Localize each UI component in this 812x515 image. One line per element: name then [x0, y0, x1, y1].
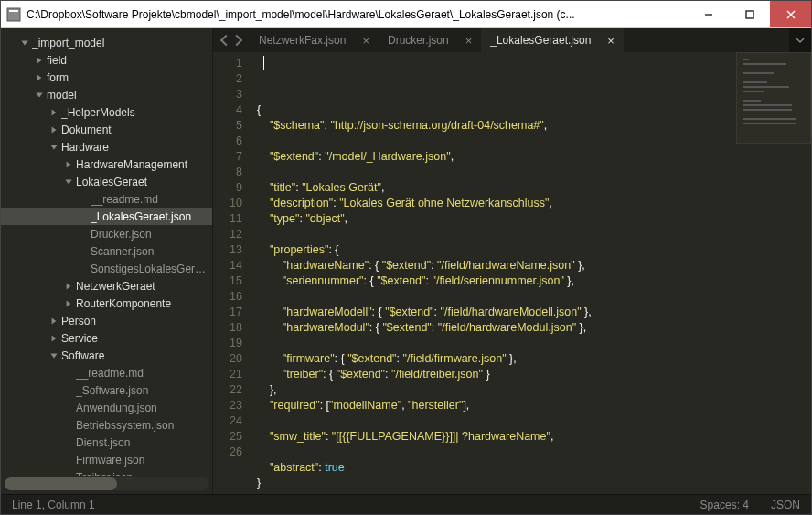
window-title: C:\Dropbox\Software Projekte\cbmodel\_im… [27, 8, 688, 21]
tree-folder[interactable]: NetzwerkGeraet [1, 277, 212, 295]
tree-folder[interactable]: Hardware [1, 138, 212, 156]
tree-file[interactable]: Anwendung.json [1, 399, 212, 416]
blank-icon [78, 194, 89, 205]
line-number: 21 [213, 367, 242, 382]
tab[interactable]: _LokalesGeraet.json× [481, 28, 624, 52]
line-number: 8 [213, 165, 242, 180]
tree-item-label: __readme.md [91, 193, 158, 206]
blank-icon [78, 229, 89, 240]
chevron-down-icon [48, 350, 59, 361]
chevron-down-icon [34, 90, 45, 101]
line-number: 20 [213, 351, 242, 367]
tree-item-label: form [47, 71, 69, 84]
tree-folder[interactable]: field [1, 51, 212, 69]
line-number: 14 [213, 258, 242, 274]
close-button[interactable] [770, 1, 811, 27]
tree-folder[interactable]: _HelperModels [1, 103, 212, 121]
tree-folder[interactable]: model [1, 86, 212, 103]
chevron-right-icon [48, 107, 59, 118]
text-cursor [263, 56, 264, 70]
code-line: } [257, 476, 811, 491]
tree-item-label: SonstigesLokalesGeraet.json [91, 263, 208, 275]
tab-label: Drucker.json [388, 34, 449, 47]
line-number: 7 [213, 149, 242, 165]
tree-item-label: Hardware [61, 141, 109, 154]
tree-item-label: __readme.md [76, 367, 144, 380]
tree-file[interactable]: Scanner.json [1, 242, 212, 260]
tree-file[interactable]: __readme.md [1, 364, 212, 381]
minimap[interactable] [736, 52, 811, 144]
code-line: "title": "Lokales Gerät", [257, 180, 811, 196]
code-editor[interactable]: { "$schema": "http://json-schema.org/dra… [250, 52, 811, 494]
line-number: 18 [213, 320, 242, 336]
tree-item-label: Scanner.json [91, 245, 154, 258]
tab-close-icon[interactable]: × [465, 35, 473, 47]
tree-file[interactable]: __readme.md [1, 190, 212, 208]
tree-item-label: Treiber.json [76, 471, 133, 477]
tree-folder[interactable]: Person [1, 312, 212, 329]
line-number: 10 [213, 196, 242, 211]
tree-file[interactable]: _Software.json [1, 381, 212, 399]
tab[interactable]: NetzwerkFax.json× [250, 28, 379, 52]
code-line: }, [257, 382, 811, 398]
code-line: "treiber": { "$extend": "/field/treiber.… [257, 367, 811, 382]
tree-file[interactable]: Drucker.json [1, 225, 212, 242]
tree-folder[interactable]: Service [1, 329, 212, 347]
code-line: "properties": { [257, 242, 811, 258]
titlebar[interactable]: C:\Dropbox\Software Projekte\cbmodel\_im… [1, 1, 811, 28]
code-line: "seriennummer": { "$extend": "/field/ser… [257, 274, 811, 289]
tree-item-label: Anwendung.json [76, 402, 157, 414]
tab-prev-icon[interactable] [218, 34, 230, 47]
chevron-right-icon [63, 281, 74, 292]
indent-setting[interactable]: Spaces: 4 [700, 499, 749, 511]
tab-close-icon[interactable]: × [607, 35, 614, 47]
tree-folder[interactable]: form [1, 69, 212, 86]
tree-item-label: Firmware.json [76, 454, 144, 467]
tab-menu-button[interactable] [789, 28, 811, 52]
blank-icon [63, 472, 74, 477]
code-line: "description": "Lokales Gerät ohne Netzw… [257, 196, 811, 211]
tab-close-icon[interactable]: × [362, 35, 369, 47]
maximize-button[interactable] [729, 1, 770, 27]
line-number: 23 [213, 398, 242, 413]
sidebar: _import_modelfieldformmodel_HelperModels… [1, 28, 213, 494]
line-number: 11 [213, 211, 242, 227]
tree-item-label: model [47, 89, 77, 102]
chevron-down-icon [63, 177, 74, 188]
tree-folder[interactable]: LokalesGeraet [1, 173, 212, 190]
tree-item-label: RouterKomponente [76, 297, 171, 310]
minimize-button[interactable] [688, 1, 729, 27]
line-number: 19 [213, 336, 242, 351]
tree-file[interactable]: Betriebssystem.json [1, 416, 212, 434]
tab-bar: NetzwerkFax.json×Drucker.json×_LokalesGe… [213, 28, 811, 52]
tree-file[interactable]: _LokalesGeraet.json [1, 208, 212, 225]
tree-item-label: Person [61, 315, 96, 327]
tree-file[interactable]: Dienst.json [1, 434, 212, 451]
tab-next-icon[interactable] [232, 34, 245, 47]
sidebar-scrollbar[interactable] [5, 477, 208, 490]
line-number: 15 [213, 274, 242, 289]
tree-folder[interactable]: HardwareManagement [1, 156, 212, 173]
syntax-setting[interactable]: JSON [771, 499, 800, 511]
tree-folder[interactable]: Dokument [1, 121, 212, 138]
cursor-position[interactable]: Line 1, Column 1 [12, 499, 95, 511]
file-tree: _import_modelfieldformmodel_HelperModels… [1, 28, 212, 476]
code-line [257, 289, 811, 305]
tree-item-label: Service [61, 332, 98, 345]
tab[interactable]: Drucker.json× [379, 28, 481, 52]
tree-file[interactable]: Firmware.json [1, 451, 212, 468]
svg-rect-3 [746, 11, 753, 18]
chevron-right-icon [34, 72, 45, 83]
chevron-right-icon [48, 124, 59, 135]
tree-folder[interactable]: Software [1, 347, 212, 364]
code-line [257, 445, 811, 460]
tree-folder[interactable]: RouterKomponente [1, 295, 212, 312]
line-number: 3 [213, 87, 242, 102]
tree-file[interactable]: Treiber.json [1, 468, 212, 476]
blank-icon [63, 420, 74, 431]
line-number: 22 [213, 382, 242, 398]
tree-file[interactable]: SonstigesLokalesGeraet.json [1, 260, 212, 277]
tree-folder[interactable]: _import_model [1, 34, 212, 51]
line-number: 6 [213, 134, 242, 149]
code-line [257, 336, 811, 351]
